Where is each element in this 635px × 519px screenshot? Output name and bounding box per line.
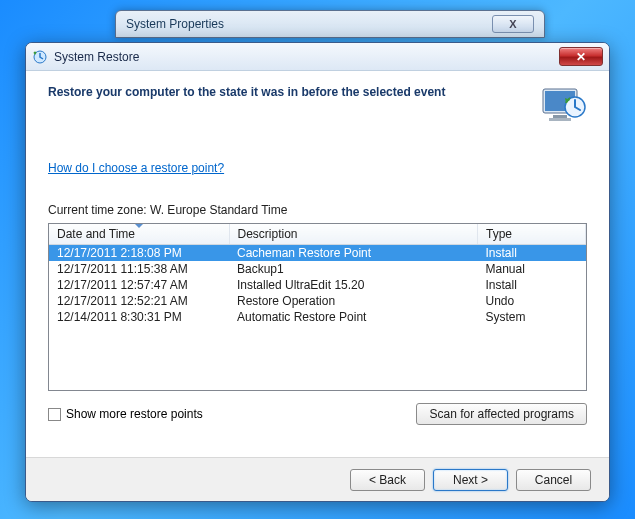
checkbox-icon bbox=[48, 408, 61, 421]
cell-datetime: 12/17/2011 12:57:47 AM bbox=[49, 277, 229, 293]
column-header-datetime-label: Date and Time bbox=[57, 227, 135, 241]
cell-description: Restore Operation bbox=[229, 293, 478, 309]
back-button[interactable]: < Back bbox=[350, 469, 425, 491]
content-area: Restore your computer to the state it wa… bbox=[26, 71, 609, 435]
table-row[interactable]: 12/17/2011 12:52:21 AMRestore OperationU… bbox=[49, 293, 586, 309]
show-more-checkbox[interactable]: Show more restore points bbox=[48, 407, 203, 421]
cell-datetime: 12/17/2011 11:15:38 AM bbox=[49, 261, 229, 277]
system-restore-window: System Restore ✕ Restore your computer t… bbox=[25, 42, 610, 502]
cell-datetime: 12/17/2011 12:52:21 AM bbox=[49, 293, 229, 309]
timezone-label: Current time zone: W. Europe Standard Ti… bbox=[48, 203, 587, 217]
svg-rect-4 bbox=[549, 118, 571, 121]
scan-affected-button[interactable]: Scan for affected programs bbox=[416, 403, 587, 425]
column-header-type[interactable]: Type bbox=[478, 224, 586, 245]
help-link[interactable]: How do I choose a restore point? bbox=[48, 161, 224, 175]
cell-datetime: 12/14/2011 8:30:31 PM bbox=[49, 309, 229, 325]
system-restore-icon bbox=[32, 49, 48, 65]
cell-type: Install bbox=[478, 277, 586, 293]
cell-description: Cacheman Restore Point bbox=[229, 245, 478, 262]
cancel-button[interactable]: Cancel bbox=[516, 469, 591, 491]
sort-desc-icon bbox=[134, 223, 144, 228]
cell-description: Backup1 bbox=[229, 261, 478, 277]
show-more-label: Show more restore points bbox=[66, 407, 203, 421]
cell-datetime: 12/17/2011 2:18:08 PM bbox=[49, 245, 229, 262]
cell-type: System bbox=[478, 309, 586, 325]
wizard-button-bar: < Back Next > Cancel bbox=[26, 457, 609, 501]
next-button[interactable]: Next > bbox=[433, 469, 508, 491]
svg-rect-3 bbox=[553, 115, 567, 118]
cell-description: Installed UltraEdit 15.20 bbox=[229, 277, 478, 293]
cell-description: Automatic Restore Point bbox=[229, 309, 478, 325]
system-properties-titlebar: System Properties X bbox=[115, 10, 545, 38]
page-heading: Restore your computer to the state it wa… bbox=[48, 85, 445, 101]
restore-monitor-icon bbox=[539, 85, 587, 127]
window-title: System Restore bbox=[54, 50, 139, 64]
table-header-row: Date and Time Description Type bbox=[49, 224, 586, 245]
table-row[interactable]: 12/17/2011 12:57:47 AMInstalled UltraEdi… bbox=[49, 277, 586, 293]
system-properties-title: System Properties bbox=[126, 17, 224, 31]
column-header-description[interactable]: Description bbox=[229, 224, 478, 245]
titlebar: System Restore ✕ bbox=[26, 43, 609, 71]
table-footer-row: Show more restore points Scan for affect… bbox=[48, 403, 587, 425]
cell-type: Undo bbox=[478, 293, 586, 309]
restore-points-table[interactable]: Date and Time Description Type 12/17/201… bbox=[48, 223, 587, 391]
column-header-datetime[interactable]: Date and Time bbox=[49, 224, 229, 245]
close-button[interactable]: ✕ bbox=[559, 47, 603, 66]
header-row: Restore your computer to the state it wa… bbox=[48, 85, 587, 127]
cell-type: Install bbox=[478, 245, 586, 262]
table-row[interactable]: 12/14/2011 8:30:31 PMAutomatic Restore P… bbox=[49, 309, 586, 325]
table-row[interactable]: 12/17/2011 2:18:08 PMCacheman Restore Po… bbox=[49, 245, 586, 262]
close-icon: ✕ bbox=[576, 50, 586, 64]
cell-type: Manual bbox=[478, 261, 586, 277]
system-properties-close-button[interactable]: X bbox=[492, 15, 534, 33]
table-row[interactable]: 12/17/2011 11:15:38 AMBackup1Manual bbox=[49, 261, 586, 277]
